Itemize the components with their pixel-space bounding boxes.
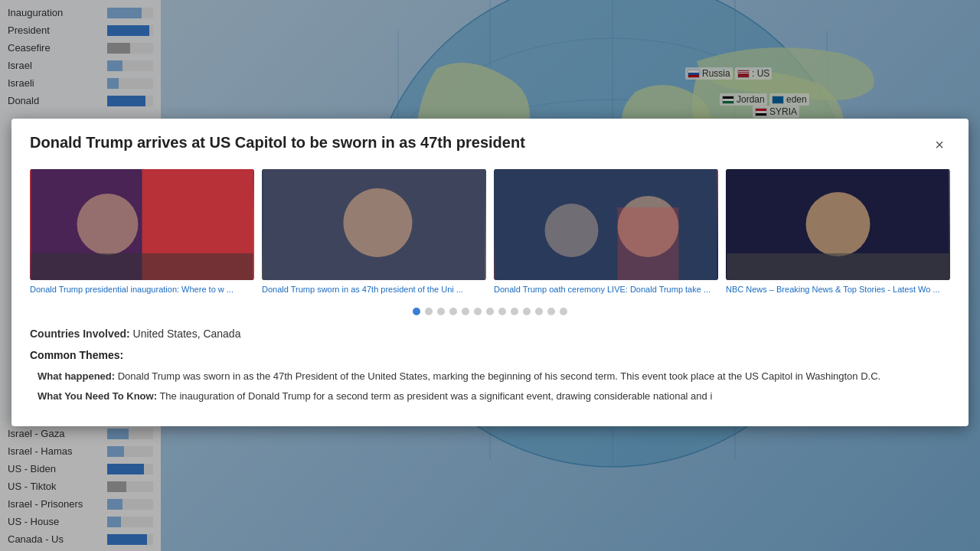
- image-2: [262, 169, 486, 280]
- carousel-dot-8[interactable]: [498, 308, 506, 315]
- modal-close-button[interactable]: ×: [929, 134, 950, 155]
- common-themes-title: Common Themes:: [30, 349, 950, 361]
- svg-rect-20: [618, 207, 679, 280]
- theme-item-2: What You Need To Know: The inauguration …: [38, 389, 950, 404]
- images-row: Donald Trump presidential inauguration: …: [30, 169, 950, 295]
- carousel-dot-1[interactable]: [413, 308, 420, 315]
- carousel-dot-3[interactable]: [437, 308, 445, 315]
- carousel-dot-5[interactable]: [462, 308, 469, 315]
- image-1: [30, 169, 254, 280]
- carousel-dot-10[interactable]: [523, 308, 531, 315]
- svg-rect-17: [495, 169, 717, 280]
- carousel-dot-4[interactable]: [449, 308, 457, 315]
- countries-label: Countries Involved:: [30, 328, 130, 340]
- themes-list: What happened: Donald Trump was sworn in…: [30, 369, 950, 403]
- countries-value: United States, Canada: [133, 328, 241, 340]
- image-3: [494, 169, 718, 280]
- image-caption-1: Donald Trump presidential inauguration: …: [30, 284, 254, 295]
- image-card-1: Donald Trump presidential inauguration: …: [30, 169, 254, 295]
- modal-header: Donald Trump arrives at US Capitol to be…: [30, 134, 950, 155]
- carousel-dots: [30, 308, 950, 315]
- countries-line: Countries Involved: United States, Canad…: [30, 328, 950, 340]
- theme-2-text: The inauguration of Donald Trump for a s…: [157, 390, 712, 402]
- image-caption-4: NBC News – Breaking News & Top Stories -…: [726, 284, 950, 295]
- svg-rect-13: [31, 253, 253, 280]
- carousel-dot-6[interactable]: [474, 308, 482, 315]
- carousel-dot-9[interactable]: [511, 308, 518, 315]
- carousel-dot-12[interactable]: [547, 308, 555, 315]
- article-modal: Donald Trump arrives at US Capitol to be…: [11, 119, 969, 426]
- svg-point-12: [77, 194, 139, 255]
- image-card-2: Donald Trump sworn in as 47th president …: [262, 169, 486, 295]
- carousel-dot-2[interactable]: [425, 308, 433, 315]
- carousel-dot-11[interactable]: [535, 308, 543, 315]
- image-caption-2: Donald Trump sworn in as 47th president …: [262, 284, 486, 295]
- carousel-dot-7[interactable]: [486, 308, 494, 315]
- theme-2-bold: What You Need To Know:: [38, 390, 157, 402]
- svg-rect-16: [263, 169, 485, 280]
- svg-point-22: [806, 192, 871, 256]
- carousel-dot-13[interactable]: [560, 308, 567, 315]
- image-4: [726, 169, 950, 280]
- theme-1-text: Donald Trump was sworn in as the 47th Pr…: [115, 370, 880, 382]
- image-card-4: NBC News – Breaking News & Top Stories -…: [726, 169, 950, 295]
- svg-rect-23: [727, 253, 949, 280]
- image-card-3: Donald Trump oath ceremony LIVE: Donald …: [494, 169, 718, 295]
- theme-item-1: What happened: Donald Trump was sworn in…: [38, 369, 950, 384]
- theme-1-bold: What happened:: [38, 370, 115, 382]
- modal-title: Donald Trump arrives at US Capitol to be…: [30, 134, 929, 152]
- svg-point-19: [545, 204, 599, 257]
- image-caption-3: Donald Trump oath ceremony LIVE: Donald …: [494, 284, 718, 295]
